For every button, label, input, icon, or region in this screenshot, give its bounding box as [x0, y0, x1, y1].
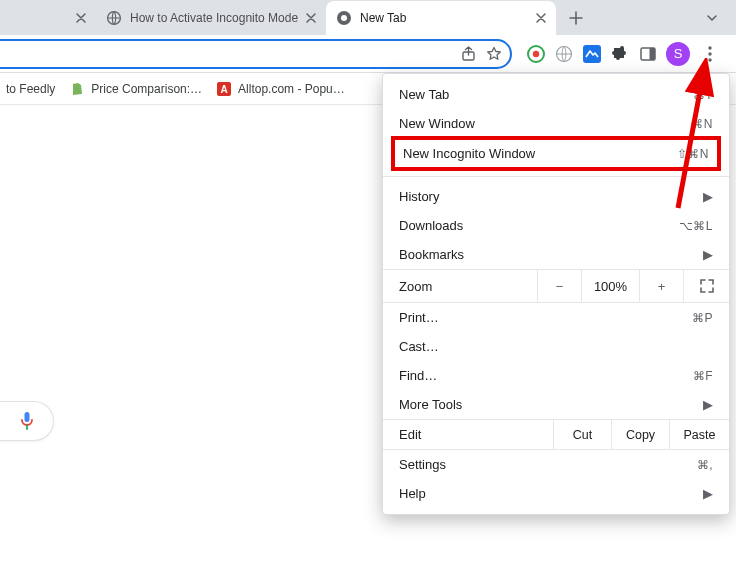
menu-label: Print…	[399, 310, 692, 325]
menu-label: Find…	[399, 368, 693, 383]
profile-avatar[interactable]: S	[666, 42, 690, 66]
edit-paste-button[interactable]: Paste	[669, 420, 729, 449]
tab-label: How to Activate Incognito Mode	[130, 11, 300, 25]
menu-zoom-row: Zoom − 100% +	[383, 269, 729, 303]
menu-shortcut: ⌘F	[693, 369, 713, 383]
extensions-row: S	[520, 42, 728, 66]
menu-separator	[383, 176, 729, 177]
menu-shortcut: ⇧⌘N	[677, 147, 709, 161]
toolbar: S	[0, 35, 736, 73]
voice-search-button[interactable]	[0, 401, 54, 441]
svg-rect-9	[650, 48, 656, 60]
new-tab-button[interactable]	[562, 4, 590, 32]
zoom-value: 100%	[581, 270, 639, 302]
menu-cast[interactable]: Cast…	[383, 332, 729, 361]
extension-icon[interactable]	[582, 44, 602, 64]
tab-strip: How to Activate Incognito Mode New Tab	[0, 0, 736, 35]
edit-copy-button[interactable]: Copy	[611, 420, 669, 449]
menu-shortcut: ⌥⌘L	[679, 219, 713, 233]
menu-more-tools[interactable]: More Tools ▶	[383, 390, 729, 419]
edit-cut-button[interactable]: Cut	[553, 420, 611, 449]
svg-rect-15	[24, 412, 29, 422]
tab-inactive[interactable]: How to Activate Incognito Mode	[96, 1, 326, 35]
bookmark-item[interactable]: Price Comparison:…	[69, 81, 202, 97]
menu-label: New Tab	[399, 87, 693, 102]
menu-shortcut: ⌘P	[692, 311, 713, 325]
tab-close-left[interactable]	[6, 1, 96, 35]
zoom-in-button[interactable]: +	[639, 270, 683, 302]
globe-icon	[106, 10, 122, 26]
share-icon[interactable]	[461, 46, 476, 62]
menu-new-tab[interactable]: New Tab ⌘T	[383, 80, 729, 109]
menu-new-window[interactable]: New Window ⌘N	[383, 109, 729, 138]
bookmark-item[interactable]: to Feedly	[6, 82, 55, 96]
svg-point-2	[341, 15, 347, 21]
menu-label: New Incognito Window	[403, 146, 677, 161]
close-icon[interactable]	[306, 13, 316, 23]
chrome-icon	[336, 10, 352, 26]
bookmark-label: Price Comparison:…	[91, 82, 202, 96]
menu-label: New Window	[399, 116, 691, 131]
star-icon[interactable]	[486, 46, 502, 62]
zoom-out-button[interactable]: −	[537, 270, 581, 302]
menu-shortcut: ⌘N	[691, 117, 713, 131]
menu-label: Downloads	[399, 218, 679, 233]
svg-point-11	[708, 52, 711, 55]
menu-history[interactable]: History ▶	[383, 182, 729, 211]
menu-downloads[interactable]: Downloads ⌥⌘L	[383, 211, 729, 240]
microphone-icon	[20, 411, 34, 431]
address-bar[interactable]	[0, 39, 512, 69]
menu-label: History	[399, 189, 703, 204]
bookmark-item[interactable]: A Alltop.com - Popu…	[216, 81, 345, 97]
side-panel-icon[interactable]	[638, 44, 658, 64]
svg-point-5	[533, 50, 539, 56]
tab-active[interactable]: New Tab	[326, 1, 556, 35]
menu-label: More Tools	[399, 397, 703, 412]
menu-label: Settings	[399, 457, 697, 472]
svg-point-10	[708, 46, 711, 49]
zoom-label: Zoom	[383, 270, 537, 302]
bookmark-label: to Feedly	[6, 82, 55, 96]
tabs-dropdown-button[interactable]	[698, 4, 726, 32]
extension-icon[interactable]	[526, 44, 546, 64]
fullscreen-icon	[700, 279, 714, 293]
extensions-puzzle-icon[interactable]	[610, 44, 630, 64]
tab-label: New Tab	[360, 11, 530, 25]
menu-shortcut: ⌘T	[693, 88, 713, 102]
svg-text:A: A	[220, 84, 227, 95]
chevron-right-icon: ▶	[703, 247, 713, 262]
close-icon[interactable]	[536, 13, 546, 23]
menu-find[interactable]: Find… ⌘F	[383, 361, 729, 390]
close-icon	[76, 13, 86, 23]
bookmark-label: Alltop.com - Popu…	[238, 82, 345, 96]
avatar-letter: S	[674, 46, 683, 61]
annotation-highlight: New Incognito Window ⇧⌘N	[391, 136, 721, 171]
chevron-right-icon: ▶	[703, 397, 713, 412]
extension-icon[interactable]	[554, 44, 574, 64]
menu-edit-row: Edit Cut Copy Paste	[383, 419, 729, 450]
menu-help[interactable]: Help ▶	[383, 479, 729, 508]
menu-label: Bookmarks	[399, 247, 703, 262]
edit-label: Edit	[383, 427, 553, 442]
menu-shortcut: ⌘,	[697, 458, 713, 472]
chrome-menu: New Tab ⌘T New Window ⌘N New Incognito W…	[382, 73, 730, 515]
shopify-icon	[69, 81, 85, 97]
alltop-icon: A	[216, 81, 232, 97]
chevron-right-icon: ▶	[703, 189, 713, 204]
menu-settings[interactable]: Settings ⌘,	[383, 450, 729, 479]
menu-new-incognito[interactable]: New Incognito Window ⇧⌘N	[395, 140, 717, 167]
menu-label: Help	[399, 486, 703, 501]
menu-print[interactable]: Print… ⌘P	[383, 303, 729, 332]
chevron-right-icon: ▶	[703, 486, 713, 501]
menu-bookmarks[interactable]: Bookmarks ▶	[383, 240, 729, 269]
menu-label: Cast…	[399, 339, 713, 354]
fullscreen-button[interactable]	[683, 270, 729, 302]
svg-point-12	[708, 58, 711, 61]
chrome-menu-button[interactable]	[698, 42, 722, 66]
